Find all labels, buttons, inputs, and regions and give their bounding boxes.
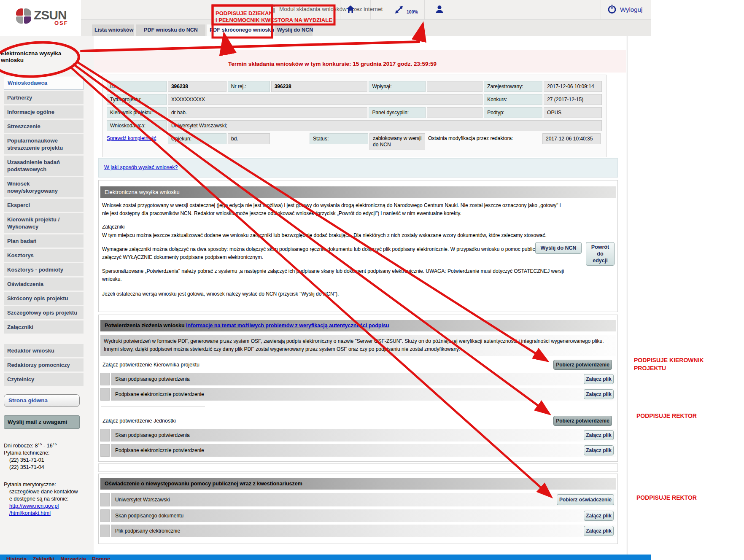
status-label: Status: [310, 133, 368, 144]
sidebar-item-zalaczniki[interactable]: Załączniki [4, 320, 84, 334]
sidebar-item-kosztorys-podmioty[interactable]: Kosztorys - podmioty [4, 263, 84, 276]
return-button-line: Powrót [586, 244, 614, 250]
status-value: zablokowany w wersji do NCN [369, 133, 425, 150]
sidebar-item-partnerzy[interactable]: Partnerzy [4, 91, 84, 104]
entity-label: Uniwersytet Warszawski [115, 497, 170, 503]
unit-confirmation-row: Załącz potwierdzenie Jednostki Pobierz p… [100, 415, 616, 426]
sidebar-item-redaktorzy-pomocniczy[interactable]: Redaktorzy pomocniczy [4, 358, 84, 372]
sidebar-item-czytelnicy[interactable]: Czytelnicy [4, 373, 84, 386]
sidebar: Elektroniczna wysyłka wniosku Wnioskodaw… [0, 36, 94, 555]
resize-arrows-icon [395, 5, 403, 14]
zoom-control[interactable]: 100% [395, 5, 418, 14]
sidebar-item-oswiadczenia[interactable]: Oświadczenia [4, 277, 84, 291]
panel-label: Panel dyscyplin: [369, 107, 426, 118]
attach-file-button[interactable]: Załącz plik [584, 511, 614, 521]
attachment-bar: Podpisane elektronicznie potwierdzenie Z… [111, 444, 616, 457]
sidebar-item-wniosek-nowy[interactable]: Wniosek nowy/skorygowany [4, 177, 84, 197]
attach-file-button[interactable]: Załącz plik [584, 374, 614, 384]
electronic-confirmation-label: Podpisane elektronicznie potwierdzenie [115, 391, 204, 397]
content-right-border [626, 36, 628, 555]
table-row: Sprawdź kompletność Opiekun: bd. Status:… [107, 133, 602, 150]
sidebar-item-eksperci[interactable]: Eksperci [4, 199, 84, 212]
topbar-separator [601, 0, 601, 19]
how-to-send-link[interactable]: W jaki sposób wysłać wniosek? [104, 164, 178, 170]
kierownik-value: dr hab. [168, 107, 368, 118]
attach-file-button[interactable]: Załącz plik [584, 389, 614, 399]
konkurs-value: 27 (2017-12-15) [544, 94, 602, 105]
application-info-table: ID: 396238 Nr rej.: 396238 Wpłynął: Zare… [102, 75, 607, 157]
electronic-file-label: Plik podpisany elektronicznie [115, 528, 180, 534]
footer-link-historia[interactable]: Historia [6, 556, 27, 560]
sidebar-item-streszczenie[interactable]: Streszczenie [4, 120, 84, 133]
attachment-row: Skan podpisanego potwierdzenia Załącz pl… [100, 429, 616, 442]
sidebar-item-kosztorys[interactable]: Kosztorys [4, 249, 84, 262]
kierownik-label: Kierownik projektu: [107, 107, 167, 118]
attachment-row: Skan podpisanego potwierdzenia Załącz pl… [100, 373, 616, 385]
footer-link-pomoc[interactable]: Pomoc [92, 556, 110, 560]
annotation-rector-note: PODPISUJE REKTOR [636, 412, 725, 420]
spacer [271, 133, 308, 150]
podtyp-value: OPUS [544, 107, 602, 118]
tab-wyslij-do-ncn[interactable]: Wyślij do NCN [275, 24, 313, 36]
confirmations-section: Potwierdzenia złożenia wniosku Informacj… [98, 315, 618, 462]
attach-file-button[interactable]: Załącz plik [584, 445, 614, 455]
panel-value [427, 107, 483, 118]
table-row: Kierownik projektu: dr hab. Panel dyscyp… [107, 107, 602, 118]
scan-confirmation-label: Skan podpisanego potwierdzenia [115, 376, 190, 382]
power-icon [607, 5, 617, 14]
footer-link-narzedzia[interactable]: Narzędzia [60, 556, 86, 560]
tab-pdf-skroconego-wniosku[interactable]: PDF skróconego wniosku [207, 24, 272, 36]
confirmations-title: Potwierdzenia złożenia wniosku [105, 323, 185, 328]
logout-button[interactable]: Wyloguj [607, 5, 642, 14]
nr-rej-value: 396238 [271, 81, 368, 92]
sidebar-item-szczegolowy-opis[interactable]: Szczegółowy opis projektu [4, 306, 84, 319]
sidebar-item-wnioskodawca[interactable]: Wnioskodawca [4, 76, 84, 90]
konkurs-label: Konkurs: [484, 94, 542, 105]
ncn-link[interactable]: http://www.ncn.gov.pl [9, 503, 59, 509]
attach-file-button[interactable]: Załącz plik [584, 430, 614, 440]
download-confirmation-button[interactable]: Pobierz potwierdzenie [553, 360, 612, 370]
sidebar-item-plan-badan[interactable]: Plan badań [4, 234, 84, 248]
sidebar-item-popularnonaukowe[interactable]: Popularnonaukowe streszczenie projektu [4, 134, 84, 154]
how-to-send-strip: W jaki sposób wysłać wniosek? [98, 158, 618, 178]
electronic-submission-section: Elektroniczna wysyłka wniosku Wniosek zo… [98, 180, 618, 312]
modified-label: Ostatnia modyfikacja przez redaktora: [426, 133, 541, 150]
home-button[interactable] [346, 5, 355, 13]
download-declaration-button[interactable]: Pobierz oświadczenie [557, 494, 614, 505]
row-marker [100, 493, 110, 506]
phone-number: (22) 351-71-01 [4, 457, 84, 464]
nr-rej-label: Nr rej.: [228, 81, 270, 92]
contact-info: Dni robocze: 815 - 1615 Pytania technicz… [4, 441, 84, 517]
user-button[interactable] [435, 5, 444, 13]
wnioskodawca-label: Wnioskodawca: [107, 120, 167, 131]
attachment-bar: Uniwersytet Warszawski Pobierz oświadcze… [111, 493, 616, 506]
return-to-edit-button[interactable]: Powrót do edycji [586, 242, 615, 266]
wplynal-value [427, 81, 483, 92]
sidebar-item-informacje-ogolne[interactable]: Informacje ogólne [4, 105, 84, 118]
tab-pdf-wniosku-do-ncn[interactable]: PDF wniosku do NCN [136, 24, 205, 36]
verification-problems-link[interactable]: Informacje na temat możliwych problemów … [186, 323, 389, 328]
divider [101, 407, 205, 407]
sidebar-item-skrocony-opis[interactable]: Skrócony opis projektu [4, 292, 84, 305]
row-marker [100, 525, 110, 537]
attachments-heading: Załączniki [102, 223, 568, 231]
section-header: Potwierdzenia złożenia wniosku Informacj… [100, 320, 616, 331]
attach-file-button[interactable]: Załącz plik [584, 526, 614, 536]
ncn-contact-link[interactable]: /html/kontakt.html [9, 510, 51, 516]
sidebar-item-redaktor-wniosku[interactable]: Redaktor wniosku [4, 344, 84, 357]
attachment-bar: Plik podpisany elektronicznie Załącz pli… [111, 525, 616, 537]
sidebar-item-kierownik[interactable]: Kierownik projektu / Wykonawcy [4, 213, 84, 233]
home-page-button[interactable]: Strona główna [4, 394, 80, 407]
attachment-row: Skan podpisanego dokumentu Załącz plik [100, 509, 616, 522]
check-completeness-link[interactable]: Sprawdź kompletność [107, 135, 156, 141]
sidebar-item-uzasadnienie[interactable]: Uzasadnienie badań podstawowych [4, 156, 84, 176]
zsun-logo-icon [16, 8, 31, 24]
attachment-bar: Podpisane elektronicznie potwierdzenie Z… [111, 388, 616, 401]
logo-product: OSF [54, 20, 68, 26]
send-to-ncn-button[interactable]: Wyślij do NCN [535, 242, 582, 254]
download-confirmation-button[interactable]: Pobierz potwierdzenie [553, 416, 612, 426]
send-mail-button[interactable]: Wyślij mail z uwagami [4, 415, 80, 429]
tab-lista-wnioskow[interactable]: Lista wniosków [92, 24, 134, 36]
section-header: Oświadczenie o niewystępowaniu pomocy pu… [100, 478, 616, 490]
footer-link-zakladki[interactable]: Zakładki [32, 556, 54, 560]
